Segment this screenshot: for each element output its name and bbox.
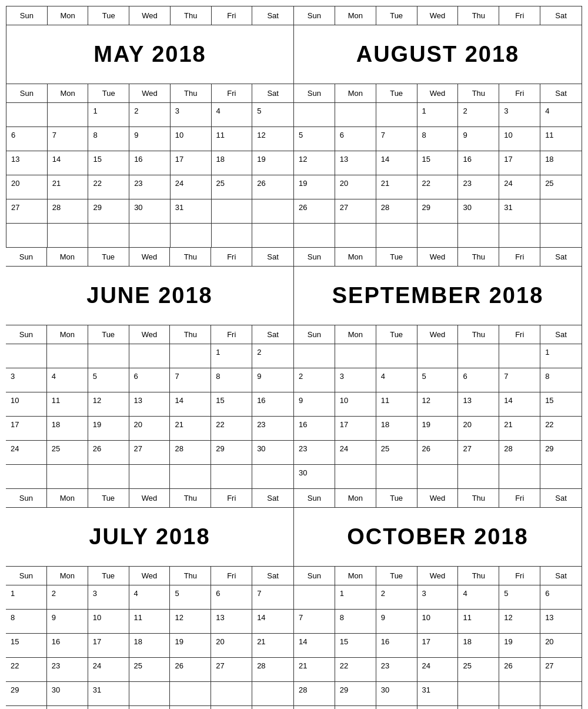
- day-header-cell: Sat: [252, 489, 293, 507]
- day-header-cell: Tue: [376, 6, 417, 25]
- cal-day: 10: [6, 392, 47, 416]
- cal-day: 31: [88, 682, 129, 705]
- day-header-cell: Thu: [170, 567, 211, 585]
- day-header-cell: Wed: [129, 567, 171, 585]
- calendar-september-2018: SunMonTueWedThuFriSatSEPTEMBER 2018SunMo…: [294, 248, 582, 489]
- cal-day: 14: [499, 392, 540, 416]
- cal-day: 29: [6, 682, 47, 705]
- cal-week: 17181920212223: [6, 417, 293, 441]
- day-header-cell: Sat: [540, 325, 582, 344]
- cal-week: 2728293031: [6, 199, 293, 224]
- day-header-cell: Thu: [170, 248, 211, 266]
- cal-day: 15: [417, 151, 459, 175]
- day-header-cell: Sun: [294, 84, 335, 102]
- month-title-september-2018: SEPTEMBER 2018: [332, 283, 544, 308]
- cal-day: 17: [88, 634, 129, 657]
- cal-week: [294, 224, 582, 247]
- cal-day: 29: [417, 199, 459, 223]
- cal-day: 29: [335, 682, 376, 705]
- cal-day: 21: [499, 417, 540, 440]
- cal-day: 29: [540, 441, 582, 464]
- cal-day: 22: [6, 658, 47, 681]
- cal-day: 18: [212, 151, 253, 175]
- cal-day: 21: [376, 175, 417, 199]
- cal-day: [499, 344, 540, 368]
- cal-day: 12: [252, 127, 293, 151]
- cal-day: [376, 103, 417, 127]
- cal-day: 6: [540, 585, 582, 609]
- cal-day: 22: [335, 658, 376, 681]
- cal-day: 17: [335, 417, 376, 440]
- day-header-cell: Tue: [376, 248, 417, 266]
- calendar-may-2018: SunMonTueWedThuFriSatMAY 2018SunMonTueWe…: [6, 6, 294, 248]
- cal-week: 123456: [294, 585, 582, 610]
- cal-day: [6, 706, 47, 709]
- day-header-cell: Wed: [129, 6, 171, 25]
- day-header-cell: Sat: [540, 489, 582, 507]
- calendar-july-2018: SunMonTueWedThuFriSatJULY 2018SunMonTueW…: [6, 489, 294, 709]
- cal-day: 3: [499, 103, 540, 127]
- cal-body-october-2018: 1234567891011121314151617181920212223242…: [294, 585, 582, 709]
- day-header-cell: Wed: [129, 248, 171, 266]
- cal-day: 9: [294, 392, 335, 416]
- cal-day: [129, 465, 171, 488]
- cal-day: 25: [129, 658, 171, 681]
- cal-day: [540, 224, 582, 247]
- cal-day: 23: [47, 658, 88, 681]
- cal-day: 7: [376, 127, 417, 151]
- cal-day: [252, 706, 293, 709]
- month-title-area-october-2018: OCTOBER 2018: [294, 508, 582, 567]
- cal-day: 2: [458, 103, 499, 127]
- cal-day: 9: [252, 368, 293, 392]
- month-title-june-2018: JUNE 2018: [86, 283, 212, 308]
- cal-day: [129, 682, 171, 705]
- cal-week: 9101112131415: [294, 392, 582, 417]
- cal-body-may-2018: 1234567891011121314151617181920212223242…: [6, 103, 293, 247]
- day-header-cell: Sun: [6, 567, 47, 585]
- cal-day: 25: [376, 441, 417, 464]
- cal-day: 9: [458, 127, 499, 151]
- cal-day: 1: [88, 103, 129, 127]
- day-header-cell: Fri: [211, 489, 252, 507]
- cal-day: [376, 224, 417, 247]
- cal-day: 22: [88, 175, 129, 199]
- day-header-cell: Tue: [88, 84, 129, 102]
- header-row-top-june-2018: SunMonTueWedThuFriSat: [6, 248, 293, 267]
- cal-day: 15: [6, 634, 47, 657]
- cal-week: 21222324252627: [294, 658, 582, 682]
- cal-day: [6, 224, 48, 247]
- day-header-cell: Wed: [129, 325, 171, 344]
- cal-day: 11: [540, 127, 582, 151]
- cal-day: 27: [6, 199, 48, 223]
- cal-day: 6: [6, 127, 48, 151]
- cal-day: 5: [417, 368, 459, 392]
- cal-day: 7: [499, 368, 540, 392]
- day-header-cell: Thu: [458, 567, 499, 585]
- cal-day: [6, 465, 47, 488]
- cal-day: 17: [417, 634, 459, 657]
- day-header-cell: Mon: [47, 567, 88, 585]
- day-header-cell: Tue: [88, 567, 129, 585]
- header-row-top-september-2018: SunMonTueWedThuFriSat: [294, 248, 582, 267]
- header-row-bottom-september-2018: SunMonTueWedThuFriSat: [294, 325, 582, 344]
- cal-day: 10: [335, 392, 376, 416]
- cal-day: 8: [211, 368, 252, 392]
- header-row-top-may-2018: SunMonTueWedThuFriSat: [6, 6, 293, 25]
- day-header-cell: Fri: [211, 567, 252, 585]
- cal-day: 6: [211, 585, 252, 609]
- cal-day: 6: [458, 368, 499, 392]
- day-header-cell: Sat: [252, 567, 293, 585]
- cal-day: 3: [88, 585, 129, 609]
- day-header-cell: Sun: [294, 248, 335, 266]
- cal-day: [88, 706, 129, 709]
- cal-day: [335, 344, 376, 368]
- cal-day: 13: [6, 151, 48, 175]
- day-header-cell: Sat: [540, 6, 582, 25]
- cal-week: 2345678: [294, 368, 582, 392]
- cal-day: [294, 224, 335, 247]
- day-header-cell: Mon: [335, 489, 376, 507]
- day-header-cell: Sat: [540, 84, 582, 102]
- cal-day: 21: [48, 175, 89, 199]
- cal-day: [335, 224, 376, 247]
- cal-day: 17: [499, 151, 540, 175]
